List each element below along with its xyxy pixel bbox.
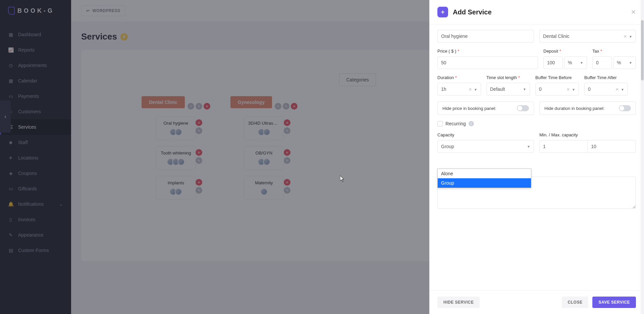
tax-input[interactable]: 0	[592, 56, 612, 69]
scrollbar-thumb[interactable]	[641, 20, 644, 80]
save-service-button[interactable]: SAVE SERVICE	[592, 297, 636, 308]
slot-select[interactable]: Default▼	[486, 83, 530, 96]
caret-down-icon: ▼	[621, 88, 624, 91]
buffer-before-label: Buffer Time Before	[535, 75, 579, 80]
recurring-label: Recurring	[445, 121, 466, 126]
checkbox-icon	[437, 121, 443, 126]
panel-footer: HIDE SERVICE CLOSE SAVE SERVICE	[429, 290, 644, 314]
clear-icon[interactable]: ✕	[615, 87, 619, 92]
category-select[interactable]: Dental Clinic✕▼	[539, 30, 636, 43]
buffer-before-select[interactable]: 0✕▼	[535, 83, 579, 96]
clear-icon[interactable]: ✕	[469, 87, 472, 92]
price-input[interactable]: 50	[437, 56, 538, 69]
hide-price-label: Hide price in booking panel:	[442, 106, 496, 111]
capacity-option-group[interactable]: Group	[438, 178, 531, 188]
caret-down-icon: ▼	[572, 88, 575, 91]
max-capacity-input[interactable]: 10	[588, 140, 636, 153]
tax-label: Tax *	[592, 49, 636, 54]
panel-header: + Add Service ✕	[429, 0, 644, 24]
panel-title: Add Service	[453, 8, 492, 16]
minmax-label: Min. / Max. capacity	[539, 132, 636, 137]
slot-label: Time slot length *	[486, 75, 530, 80]
caret-down-icon: ▼	[474, 88, 477, 91]
hide-duration-label: Hide duration in booking panel:	[544, 106, 604, 111]
add-service-panel: + Add Service ✕ Oral hygiene Dental Clin…	[429, 0, 644, 314]
deposit-label: Deposit *	[543, 49, 587, 54]
panel-body: Oral hygiene Dental Clinic✕▼ Price ( $ )…	[429, 24, 644, 290]
capacity-label: Capacity	[437, 132, 534, 137]
clear-icon[interactable]: ✕	[567, 87, 570, 92]
recurring-checkbox-row[interactable]: Recurring i	[437, 121, 636, 126]
price-label: Price ( $ ) *	[437, 49, 538, 54]
caret-down-icon: ▼	[629, 35, 632, 39]
min-capacity-input[interactable]: 1	[539, 140, 588, 153]
buffer-after-select[interactable]: 0✕▼	[584, 83, 628, 96]
deposit-input[interactable]: 100	[543, 56, 563, 69]
close-button[interactable]: CLOSE	[562, 297, 589, 308]
info-icon: i	[469, 121, 474, 126]
clear-icon[interactable]: ✕	[624, 34, 627, 39]
page-scrollbar[interactable]	[641, 0, 644, 314]
switch-icon	[619, 105, 631, 111]
close-icon[interactable]: ✕	[631, 8, 636, 16]
capacity-option-alone[interactable]: Alone	[438, 169, 531, 178]
caret-down-icon: ▼	[523, 87, 526, 91]
capacity-select[interactable]: Group▼	[437, 140, 534, 153]
plus-icon: +	[437, 7, 448, 17]
capacity-dropdown: Alone Group	[437, 169, 531, 188]
hide-duration-toggle[interactable]: Hide duration in booking panel:	[539, 102, 636, 115]
deposit-unit-select[interactable]: %▼	[564, 56, 587, 69]
switch-icon	[517, 105, 529, 111]
caret-down-icon: ▼	[527, 145, 530, 148]
hide-price-toggle[interactable]: Hide price in booking panel:	[437, 102, 534, 115]
hide-service-button[interactable]: HIDE SERVICE	[437, 297, 480, 308]
tax-unit-select[interactable]: %▼	[613, 56, 636, 69]
caret-down-icon: ▼	[629, 61, 632, 65]
buffer-after-label: Buffer Time After	[584, 75, 628, 80]
duration-label: Duration *	[437, 75, 481, 80]
caret-down-icon: ▼	[580, 61, 583, 65]
service-name-input[interactable]: Oral hygiene	[437, 30, 534, 43]
duration-select[interactable]: 1h✕▼	[437, 83, 481, 96]
